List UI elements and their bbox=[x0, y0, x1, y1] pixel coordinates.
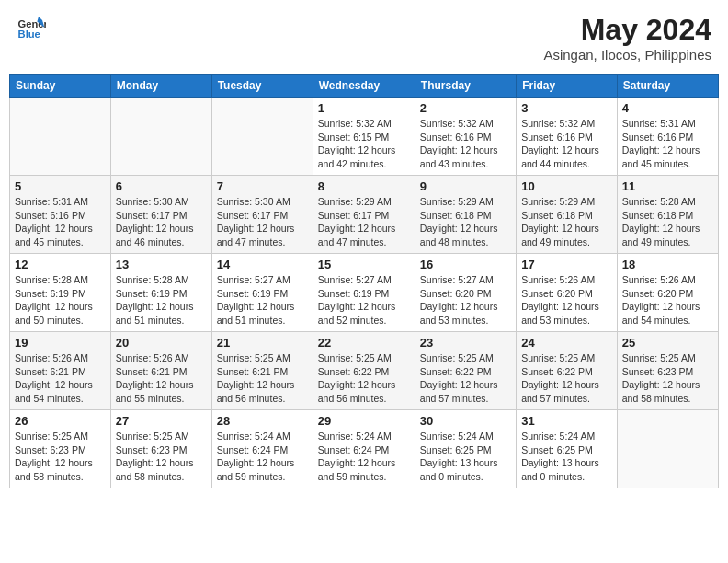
daylight-text: Daylight: 12 hours and 58 minutes. bbox=[15, 457, 93, 482]
calendar-cell: 8Sunrise: 5:29 AMSunset: 6:17 PMDaylight… bbox=[313, 176, 415, 254]
day-info: Sunrise: 5:31 AMSunset: 6:16 PMDaylight:… bbox=[15, 195, 106, 249]
sunset-text: Sunset: 6:23 PM bbox=[622, 366, 694, 377]
daylight-text: Daylight: 12 hours and 43 minutes. bbox=[420, 144, 498, 169]
daylight-text: Daylight: 12 hours and 44 minutes. bbox=[521, 144, 599, 169]
sunrise-text: Sunrise: 5:27 AM bbox=[217, 274, 290, 285]
daylight-text: Daylight: 12 hours and 50 minutes. bbox=[15, 301, 93, 326]
day-number: 3 bbox=[521, 101, 612, 115]
sunset-text: Sunset: 6:16 PM bbox=[521, 132, 593, 143]
sunset-text: Sunset: 6:18 PM bbox=[521, 210, 593, 221]
sunrise-text: Sunrise: 5:24 AM bbox=[420, 431, 494, 442]
day-info: Sunrise: 5:30 AMSunset: 6:17 PMDaylight:… bbox=[116, 195, 207, 249]
daylight-text: Daylight: 12 hours and 53 minutes. bbox=[521, 301, 599, 326]
sunrise-text: Sunrise: 5:25 AM bbox=[420, 352, 494, 363]
sunset-text: Sunset: 6:19 PM bbox=[116, 288, 188, 299]
daylight-text: Daylight: 12 hours and 56 minutes. bbox=[217, 379, 295, 404]
calendar-cell: 18Sunrise: 5:26 AMSunset: 6:20 PMDayligh… bbox=[617, 254, 718, 332]
day-info: Sunrise: 5:26 AMSunset: 6:21 PMDaylight:… bbox=[116, 351, 207, 406]
page-header: General Blue May 2024 Asingan, Ilocos, P… bbox=[9, 9, 719, 66]
calendar-cell bbox=[211, 98, 313, 176]
sunrise-text: Sunrise: 5:25 AM bbox=[622, 352, 696, 363]
day-number: 19 bbox=[15, 336, 106, 350]
daylight-text: Daylight: 12 hours and 54 minutes. bbox=[622, 301, 700, 326]
calendar-cell: 7Sunrise: 5:30 AMSunset: 6:17 PMDaylight… bbox=[211, 176, 313, 254]
sunrise-text: Sunrise: 5:27 AM bbox=[420, 274, 494, 285]
calendar-cell bbox=[110, 98, 211, 176]
calendar-cell: 10Sunrise: 5:29 AMSunset: 6:18 PMDayligh… bbox=[517, 176, 618, 254]
sunrise-text: Sunrise: 5:29 AM bbox=[420, 196, 494, 207]
daylight-text: Daylight: 12 hours and 49 minutes. bbox=[622, 223, 700, 247]
calendar-cell: 31Sunrise: 5:24 AMSunset: 6:25 PMDayligh… bbox=[517, 410, 618, 488]
sunrise-text: Sunrise: 5:26 AM bbox=[521, 274, 595, 285]
sunset-text: Sunset: 6:21 PM bbox=[116, 366, 188, 377]
day-info: Sunrise: 5:25 AMSunset: 6:23 PMDaylight:… bbox=[116, 430, 207, 484]
calendar-cell: 26Sunrise: 5:25 AMSunset: 6:23 PMDayligh… bbox=[10, 410, 111, 488]
sunset-text: Sunset: 6:22 PM bbox=[420, 366, 492, 377]
day-info: Sunrise: 5:25 AMSunset: 6:23 PMDaylight:… bbox=[622, 351, 713, 406]
calendar-cell: 2Sunrise: 5:32 AMSunset: 6:16 PMDaylight… bbox=[415, 98, 516, 176]
sunset-text: Sunset: 6:22 PM bbox=[521, 366, 593, 377]
sunrise-text: Sunrise: 5:25 AM bbox=[217, 352, 290, 363]
sunrise-text: Sunrise: 5:29 AM bbox=[318, 196, 392, 207]
day-number: 8 bbox=[318, 179, 410, 193]
day-number: 2 bbox=[420, 101, 511, 115]
day-number: 10 bbox=[521, 179, 612, 193]
weekday-header: Wednesday bbox=[313, 75, 415, 98]
calendar-cell: 21Sunrise: 5:25 AMSunset: 6:21 PMDayligh… bbox=[211, 332, 313, 410]
day-info: Sunrise: 5:29 AMSunset: 6:18 PMDaylight:… bbox=[420, 195, 511, 249]
day-info: Sunrise: 5:30 AMSunset: 6:17 PMDaylight:… bbox=[217, 195, 308, 249]
calendar-cell: 14Sunrise: 5:27 AMSunset: 6:19 PMDayligh… bbox=[211, 254, 313, 332]
location-subtitle: Asingan, Ilocos, Philippines bbox=[543, 47, 711, 63]
day-info: Sunrise: 5:27 AMSunset: 6:19 PMDaylight:… bbox=[318, 273, 410, 327]
day-number: 5 bbox=[15, 179, 106, 193]
sunrise-text: Sunrise: 5:26 AM bbox=[15, 352, 88, 363]
day-info: Sunrise: 5:32 AMSunset: 6:15 PMDaylight:… bbox=[318, 117, 410, 171]
weekday-header: Thursday bbox=[415, 75, 516, 98]
daylight-text: Daylight: 12 hours and 58 minutes. bbox=[116, 457, 194, 482]
title-block: May 2024 Asingan, Ilocos, Philippines bbox=[543, 13, 711, 63]
calendar-cell: 1Sunrise: 5:32 AMSunset: 6:15 PMDaylight… bbox=[313, 98, 415, 176]
svg-text:Blue: Blue bbox=[18, 29, 40, 40]
day-number: 22 bbox=[318, 336, 410, 350]
weekday-header: Monday bbox=[110, 75, 211, 98]
day-info: Sunrise: 5:28 AMSunset: 6:19 PMDaylight:… bbox=[116, 273, 207, 327]
day-number: 24 bbox=[521, 336, 612, 350]
daylight-text: Daylight: 12 hours and 45 minutes. bbox=[622, 144, 700, 169]
day-number: 7 bbox=[217, 179, 308, 193]
day-number: 16 bbox=[420, 258, 511, 271]
sunset-text: Sunset: 6:25 PM bbox=[420, 444, 492, 455]
sunrise-text: Sunrise: 5:32 AM bbox=[420, 118, 494, 129]
day-info: Sunrise: 5:29 AMSunset: 6:18 PMDaylight:… bbox=[521, 195, 612, 249]
weekday-header-row: SundayMondayTuesdayWednesdayThursdayFrid… bbox=[10, 75, 719, 98]
week-row: 12Sunrise: 5:28 AMSunset: 6:19 PMDayligh… bbox=[10, 254, 719, 332]
day-number: 18 bbox=[622, 258, 713, 271]
sunrise-text: Sunrise: 5:24 AM bbox=[521, 431, 595, 442]
day-info: Sunrise: 5:25 AMSunset: 6:22 PMDaylight:… bbox=[521, 351, 612, 406]
calendar-cell: 22Sunrise: 5:25 AMSunset: 6:22 PMDayligh… bbox=[313, 332, 415, 410]
week-row: 26Sunrise: 5:25 AMSunset: 6:23 PMDayligh… bbox=[10, 410, 719, 488]
month-year-title: May 2024 bbox=[543, 13, 711, 47]
daylight-text: Daylight: 12 hours and 51 minutes. bbox=[217, 301, 295, 326]
calendar-cell bbox=[617, 410, 718, 488]
calendar-cell: 28Sunrise: 5:24 AMSunset: 6:24 PMDayligh… bbox=[211, 410, 313, 488]
daylight-text: Daylight: 12 hours and 54 minutes. bbox=[15, 379, 93, 404]
week-row: 5Sunrise: 5:31 AMSunset: 6:16 PMDaylight… bbox=[10, 176, 719, 254]
sunset-text: Sunset: 6:17 PM bbox=[318, 210, 390, 221]
day-number: 30 bbox=[420, 414, 511, 428]
day-info: Sunrise: 5:24 AMSunset: 6:25 PMDaylight:… bbox=[521, 430, 612, 484]
sunset-text: Sunset: 6:16 PM bbox=[420, 132, 492, 143]
calendar-cell: 16Sunrise: 5:27 AMSunset: 6:20 PMDayligh… bbox=[415, 254, 516, 332]
day-number: 23 bbox=[420, 336, 511, 350]
sunset-text: Sunset: 6:23 PM bbox=[116, 444, 188, 455]
weekday-header: Tuesday bbox=[211, 75, 313, 98]
sunrise-text: Sunrise: 5:24 AM bbox=[217, 431, 290, 442]
day-info: Sunrise: 5:26 AMSunset: 6:20 PMDaylight:… bbox=[622, 273, 713, 327]
day-info: Sunrise: 5:25 AMSunset: 6:22 PMDaylight:… bbox=[420, 351, 511, 406]
calendar-cell: 29Sunrise: 5:24 AMSunset: 6:24 PMDayligh… bbox=[313, 410, 415, 488]
calendar-cell: 6Sunrise: 5:30 AMSunset: 6:17 PMDaylight… bbox=[110, 176, 211, 254]
weekday-header: Saturday bbox=[617, 75, 718, 98]
day-info: Sunrise: 5:29 AMSunset: 6:17 PMDaylight:… bbox=[318, 195, 410, 249]
daylight-text: Daylight: 12 hours and 45 minutes. bbox=[15, 223, 93, 247]
daylight-text: Daylight: 12 hours and 42 minutes. bbox=[318, 144, 396, 169]
day-number: 28 bbox=[217, 414, 308, 428]
